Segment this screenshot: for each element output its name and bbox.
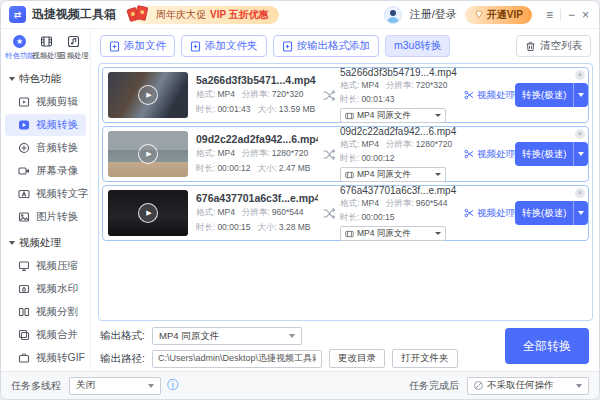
video-merge-icon bbox=[18, 329, 30, 341]
row-output-format-select[interactable]: MP4 同原文件 bbox=[340, 108, 446, 123]
minimize-button[interactable]: − bbox=[568, 9, 575, 21]
promo-highlight: VIP 五折优惠 bbox=[210, 8, 269, 22]
remove-row-icon[interactable]: × bbox=[575, 129, 585, 139]
user-avatar[interactable] bbox=[384, 6, 402, 24]
info-icon[interactable]: ⓘ bbox=[167, 377, 179, 394]
file-plus-icon bbox=[190, 41, 201, 52]
play-icon: ▶ bbox=[138, 203, 158, 223]
source-info: 676a437701a6c3f...e.mp4 格式:MP4分辨率:960*54… bbox=[196, 192, 318, 234]
source-filename: 09d2c22ad2fa942...6.mp4 bbox=[196, 133, 318, 145]
after-task-select[interactable]: 不采取任何操作 bbox=[467, 377, 589, 395]
swap-icon bbox=[322, 148, 336, 161]
add-folder-button[interactable]: 添加文件夹 bbox=[181, 35, 267, 57]
main-area: 添加文件 添加文件夹 按输出格式添加 m3u8转换 清空列表 ▶ bbox=[92, 29, 599, 371]
red-envelope-icon bbox=[126, 4, 152, 26]
output-panel: 输出格式: MP4 同原文件 输出路径: 更改目录 打开文件夹 全部转换 bbox=[92, 323, 599, 371]
tab-featured[interactable]: ★ 特色功能 bbox=[6, 34, 33, 61]
add-by-format-button[interactable]: 按输出格式添加 bbox=[273, 35, 380, 57]
target-filename: 676a437701a6c3f...e.mp4 bbox=[340, 185, 456, 196]
convert-button[interactable]: 转换(极速) bbox=[515, 83, 588, 107]
target-info: 09d2c22ad2fa942...6.mp4 格式:MP4分辨率:1280*7… bbox=[340, 126, 458, 182]
image-convert-icon bbox=[18, 211, 30, 223]
target-info: 5a266d3f3b54719...4.mp4 格式:MP4分辨率:720*32… bbox=[340, 67, 458, 123]
convert-dropdown-arrow[interactable] bbox=[573, 83, 588, 107]
video-thumbnail[interactable]: ▶ bbox=[108, 72, 188, 118]
source-filename: 676a437701a6c3f...e.mp4 bbox=[196, 192, 318, 204]
video-thumbnail[interactable]: ▶ bbox=[108, 131, 188, 177]
clear-list-button[interactable]: 清空列表 bbox=[516, 35, 591, 57]
section-featured[interactable]: 特色功能 bbox=[1, 65, 90, 90]
sidebar-item-audio-convert[interactable]: 音频转换 bbox=[5, 137, 86, 159]
change-directory-button[interactable]: 更改目录 bbox=[329, 349, 385, 368]
convert-button[interactable]: 转换(极速) bbox=[515, 142, 588, 166]
file-plus-icon bbox=[282, 41, 293, 52]
section-video-processing[interactable]: 视频处理 bbox=[1, 229, 90, 254]
film-icon bbox=[40, 34, 54, 48]
file-row[interactable]: ▶ 5a266d3f3b5471...4.mp4 格式:MP4分辨率:720*3… bbox=[102, 67, 589, 123]
file-plus-icon bbox=[109, 41, 120, 52]
sidebar-item-video-watermark[interactable]: 视频水印 bbox=[5, 278, 86, 300]
no-action-icon bbox=[474, 381, 483, 390]
screen-record-icon bbox=[18, 165, 30, 177]
file-row[interactable]: ▶ 09d2c22ad2fa942...6.mp4 格式:MP4分辨率:1280… bbox=[102, 126, 589, 182]
sidebar-item-video-convert[interactable]: 视频转换 bbox=[5, 114, 86, 136]
sidebar-item-image-convert[interactable]: 图片转换 bbox=[5, 206, 86, 228]
remove-row-icon[interactable]: × bbox=[575, 188, 585, 198]
diamond-icon bbox=[474, 10, 484, 19]
chevron-down-icon bbox=[435, 232, 441, 235]
play-icon: ▶ bbox=[138, 85, 158, 105]
target-info: 676a437701a6c3f...e.mp4 格式:MP4分辨率:960*54… bbox=[340, 185, 458, 241]
convert-dropdown-arrow[interactable] bbox=[573, 201, 588, 225]
row-output-format-select[interactable]: MP4 同原文件 bbox=[340, 167, 446, 182]
m3u8-convert-button[interactable]: m3u8转换 bbox=[385, 35, 450, 57]
video-to-text-icon bbox=[18, 188, 30, 200]
source-filename: 5a266d3f3b5471...4.mp4 bbox=[196, 74, 318, 86]
audio-convert-icon bbox=[18, 142, 30, 154]
sidebar-item-screen-record[interactable]: 屏幕录像 bbox=[5, 160, 86, 182]
output-path-input[interactable] bbox=[152, 350, 322, 368]
sidebar-item-video-compress[interactable]: 视频压缩 bbox=[5, 255, 86, 277]
convert-button[interactable]: 转换(极速) bbox=[515, 201, 588, 225]
film-icon bbox=[345, 230, 354, 238]
file-list: ▶ 5a266d3f3b5471...4.mp4 格式:MP4分辨率:720*3… bbox=[98, 63, 593, 321]
file-row[interactable]: ▶ 676a437701a6c3f...e.mp4 格式:MP4分辨率:960*… bbox=[102, 185, 589, 241]
open-folder-button[interactable]: 打开文件夹 bbox=[392, 349, 458, 368]
video-split-icon bbox=[18, 306, 30, 318]
divider bbox=[560, 9, 561, 21]
sidebar-item-video-merge[interactable]: 视频合并 bbox=[5, 324, 86, 346]
convert-all-button[interactable]: 全部转换 bbox=[505, 328, 589, 364]
tab-audio-processing[interactable]: 音频处理 bbox=[60, 34, 87, 61]
add-file-button[interactable]: 添加文件 bbox=[100, 35, 175, 57]
remove-row-icon[interactable]: × bbox=[575, 70, 585, 80]
target-filename: 5a266d3f3b54719...4.mp4 bbox=[340, 67, 457, 78]
close-button[interactable]: × bbox=[582, 9, 589, 21]
play-icon: ▶ bbox=[138, 144, 158, 164]
chevron-down-icon bbox=[9, 241, 15, 245]
multithread-select[interactable]: 关闭 bbox=[69, 377, 161, 395]
trash-icon bbox=[525, 41, 536, 52]
chevron-down-icon bbox=[289, 334, 295, 338]
video-process-link[interactable]: 视频处理 bbox=[464, 148, 515, 161]
chevron-down-icon bbox=[435, 173, 441, 176]
promo-banner[interactable]: 周年庆大促 VIP 五折优惠 bbox=[132, 6, 279, 24]
video-thumbnail[interactable]: ▶ bbox=[108, 190, 188, 236]
video-watermark-icon bbox=[18, 283, 30, 295]
open-vip-button[interactable]: 开通VIP bbox=[465, 6, 532, 24]
video-compress-icon bbox=[18, 260, 30, 272]
convert-dropdown-arrow[interactable] bbox=[573, 142, 588, 166]
row-output-format-select[interactable]: MP4 同原文件 bbox=[340, 226, 446, 241]
menu-icon[interactable]: ≡ bbox=[546, 9, 553, 21]
sidebar-item-video-to-gif[interactable]: 视频转GIF bbox=[5, 347, 86, 369]
app-window: ⇄ 迅捷视频工具箱 周年庆大促 VIP 五折优惠 注册/登录 开通VIP ≡ −… bbox=[0, 0, 600, 400]
video-process-link[interactable]: 视频处理 bbox=[464, 89, 515, 102]
sidebar-item-video-split[interactable]: 视频分割 bbox=[5, 301, 86, 323]
source-info: 5a266d3f3b5471...4.mp4 格式:MP4分辨率:720*320… bbox=[196, 74, 318, 116]
video-process-link[interactable]: 视频处理 bbox=[464, 207, 515, 220]
tab-video-processing[interactable]: 视频处理 bbox=[33, 34, 60, 61]
sidebar-item-video-to-text[interactable]: 视频转文字 bbox=[5, 183, 86, 205]
sidebar-item-video-edit[interactable]: 视频剪辑 bbox=[5, 91, 86, 113]
output-path-label: 输出路径: bbox=[100, 352, 152, 366]
output-format-select[interactable]: MP4 同原文件 bbox=[152, 327, 302, 345]
login-link[interactable]: 注册/登录 bbox=[410, 7, 457, 22]
scissors-icon bbox=[464, 208, 474, 218]
